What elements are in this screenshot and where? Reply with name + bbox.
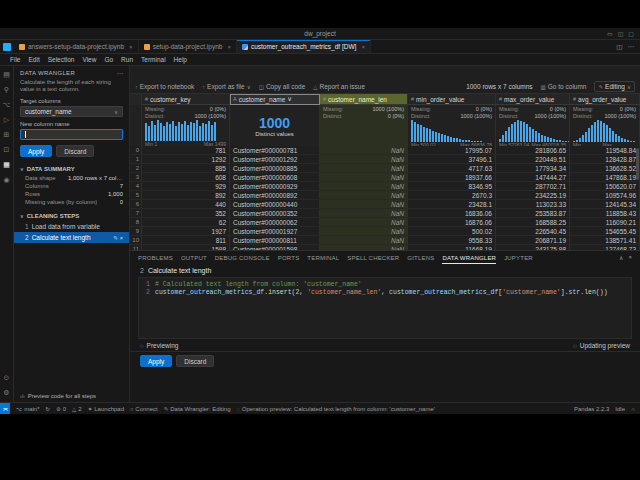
close-icon[interactable]: × <box>628 254 632 261</box>
panel-tab-gitlens[interactable]: GITLENS <box>407 251 434 264</box>
chevron-up-icon[interactable]: ∧ <box>619 254 623 261</box>
cleaning-step-1[interactable]: 1Load data from variable <box>14 221 129 232</box>
cell-customer_name_len[interactable]: NaN <box>320 236 408 244</box>
menu-file[interactable]: File <box>6 56 24 63</box>
status-operation-preview-calculated-text-length-from-column-customer-name[interactable]: ◌Operation preview: Calculated text leng… <box>237 406 435 412</box>
cell-customer_name[interactable]: Customer#000000352 <box>230 209 320 217</box>
customize-layout-icon[interactable]: ▢ <box>628 30 634 37</box>
cell-min_order_value[interactable]: 9558.33 <box>408 236 496 244</box>
cell-max_order_value[interactable]: 287702.71 <box>496 182 570 190</box>
cell-customer_name_len[interactable]: NaN <box>320 200 408 208</box>
code-preview[interactable]: 1# Calculated text length from column: '… <box>138 277 632 339</box>
cell-customer_name[interactable]: Customer#000000440 <box>230 200 320 208</box>
column-header-customer_key[interactable]: #customer_key <box>142 94 230 105</box>
cell-customer_key[interactable]: 1598 <box>142 245 230 250</box>
cell-max_order_value[interactable]: 243175.98 <box>496 245 570 250</box>
cell-customer_name_len[interactable]: NaN <box>320 146 408 154</box>
cell-customer_key[interactable]: 885 <box>142 164 230 172</box>
cell-customer_name[interactable]: Customer#000000608 <box>230 173 320 181</box>
status-data-wrangler-editing[interactable]: ✎Data Wrangler: Editing <box>164 406 231 412</box>
remote-explorer-icon[interactable]: ⊡ <box>4 146 10 154</box>
cell-customer_name_len[interactable]: NaN <box>320 182 408 190</box>
cell-customer_name_len[interactable]: NaN <box>320 164 408 172</box>
cell-min_order_value[interactable]: 17995.07 <box>408 146 496 154</box>
panel-tab-data-wrangler[interactable]: DATA WRANGLER <box>442 251 496 264</box>
cell-customer_name[interactable]: Customer#000001927 <box>230 227 320 235</box>
toolbar-export-as-file[interactable]: ↑Export as file∨ <box>202 83 250 90</box>
status-0[interactable]: ⊘0 <box>56 406 66 412</box>
account-icon[interactable]: ⊙ <box>4 374 10 382</box>
column-header-min_order_value[interactable]: #min_order_value <box>408 94 496 105</box>
status-idle[interactable]: Idle <box>615 406 625 412</box>
cell-min_order_value[interactable]: 16836.06 <box>408 209 496 217</box>
cell-customer_name[interactable]: Customer#000000062 <box>230 218 320 226</box>
goto-column-button[interactable]: ▥Go to column <box>541 83 587 90</box>
status-remote-icon[interactable]: >< <box>0 403 10 414</box>
cell-max_order_value[interactable]: 147444.27 <box>496 173 570 181</box>
panel-tab-jupyter[interactable]: JUPYTER <box>504 251 533 264</box>
search-icon[interactable]: ⚲ <box>4 86 9 94</box>
sidebar-more-icon[interactable]: ⋯ <box>117 69 123 76</box>
cell-min_order_value[interactable]: 500.02 <box>408 227 496 235</box>
cell-min_order_value[interactable]: 2670.3 <box>408 191 496 199</box>
panel-tab-terminal[interactable]: TERMINAL <box>307 251 339 264</box>
status-pandas-2-2-3[interactable]: Pandas 2.2.3 <box>574 406 609 412</box>
column-header-max_order_value[interactable]: #max_order_value <box>496 94 570 105</box>
status-launchpad[interactable]: ✦Launchpad <box>88 406 124 412</box>
cell-customer_key[interactable]: 781 <box>142 146 230 154</box>
close-icon[interactable]: × <box>361 44 365 50</box>
status-bell-icon[interactable]: ∩ <box>631 406 635 412</box>
menu-terminal[interactable]: Terminal <box>137 56 170 63</box>
status-sync-icon[interactable]: ↻ <box>46 406 51 412</box>
toggle-sidebar-icon[interactable]: ◫ <box>618 30 624 37</box>
preview-code-link[interactable]: ‹/› Preview code for all steps <box>14 390 129 402</box>
cell-min_order_value[interactable]: 37496.1 <box>408 155 496 163</box>
editor-tab-answers-setup-data-project-ipynb[interactable]: answers-setup-data-project.ipynb× <box>14 40 139 53</box>
cleaning-steps-header[interactable]: ∨ CLEANING STEPS <box>14 211 129 221</box>
cell-customer_name_len[interactable]: NaN <box>320 209 408 217</box>
cell-customer_name[interactable]: Customer#000000885 <box>230 164 320 172</box>
data-summary-header[interactable]: ∨ DATA SUMMARY <box>14 164 129 174</box>
source-control-icon[interactable]: ⌥ <box>2 101 10 109</box>
toolbar-copy-all-code[interactable]: ◫Copy all code <box>259 83 306 90</box>
cell-min_order_value[interactable]: 16876.06 <box>408 218 496 226</box>
cell-avg_order_value[interactable]: 127468.73 <box>570 245 640 250</box>
cell-customer_key[interactable]: 1292 <box>142 155 230 163</box>
cell-avg_order_value[interactable]: 147868.19 <box>570 173 640 181</box>
cell-customer_name[interactable]: Customer#000001598 <box>230 245 320 250</box>
cell-min_order_value[interactable]: 8346.95 <box>408 182 496 190</box>
panel-apply-button[interactable]: Apply <box>140 355 172 367</box>
cell-customer_name_len[interactable]: NaN <box>320 191 408 199</box>
run-debug-icon[interactable]: ▷ <box>4 116 9 124</box>
close-icon[interactable]: × <box>129 44 133 50</box>
cell-avg_order_value[interactable]: 119548.84 <box>570 146 640 154</box>
apply-button[interactable]: Apply <box>20 145 52 157</box>
editor-tab-customer-outreach-metrics-df-dw[interactable]: customer_outreach_metrics_df [DW]× <box>237 40 371 53</box>
cell-avg_order_value[interactable]: 150620.07 <box>570 182 640 190</box>
toolbar-report-an-issue[interactable]: △Report an issue <box>313 83 365 90</box>
split-editor-icon[interactable]: ◫ <box>616 43 622 51</box>
cell-customer_name[interactable]: Customer#000000811 <box>230 236 320 244</box>
cell-customer_name_len[interactable]: NaN <box>320 227 408 235</box>
more-actions-icon[interactable]: ⋯ <box>628 43 635 51</box>
cell-customer_key[interactable]: 1927 <box>142 227 230 235</box>
cell-customer_key[interactable]: 811 <box>142 236 230 244</box>
vertical-scrollbar[interactable] <box>636 148 639 180</box>
cell-customer_name[interactable]: Customer#000000892 <box>230 191 320 199</box>
cell-customer_key[interactable]: 352 <box>142 209 230 217</box>
cell-max_order_value[interactable]: 281806.65 <box>496 146 570 154</box>
menu-go[interactable]: Go <box>100 56 117 63</box>
cell-avg_order_value[interactable]: 124145.34 <box>570 200 640 208</box>
toggle-panel-icon[interactable]: ▭ <box>607 30 613 37</box>
cell-avg_order_value[interactable]: 154655.45 <box>570 227 640 235</box>
target-columns-select[interactable]: customer_name ∨ <box>20 106 123 117</box>
cell-avg_order_value[interactable]: 128428.87 <box>570 155 640 163</box>
edit-icon[interactable]: ✎ <box>113 235 118 241</box>
cell-max_order_value[interactable]: 226540.45 <box>496 227 570 235</box>
panel-tab-ports[interactable]: PORTS <box>278 251 300 264</box>
cell-customer_name[interactable]: Customer#000000781 <box>230 146 320 154</box>
cell-avg_order_value[interactable]: 118858.43 <box>570 209 640 217</box>
cleaning-step-2[interactable]: 2Calculate text length✎× <box>14 232 129 243</box>
cell-customer_name[interactable]: Customer#000001292 <box>230 155 320 163</box>
menu-run[interactable]: Run <box>117 56 137 63</box>
